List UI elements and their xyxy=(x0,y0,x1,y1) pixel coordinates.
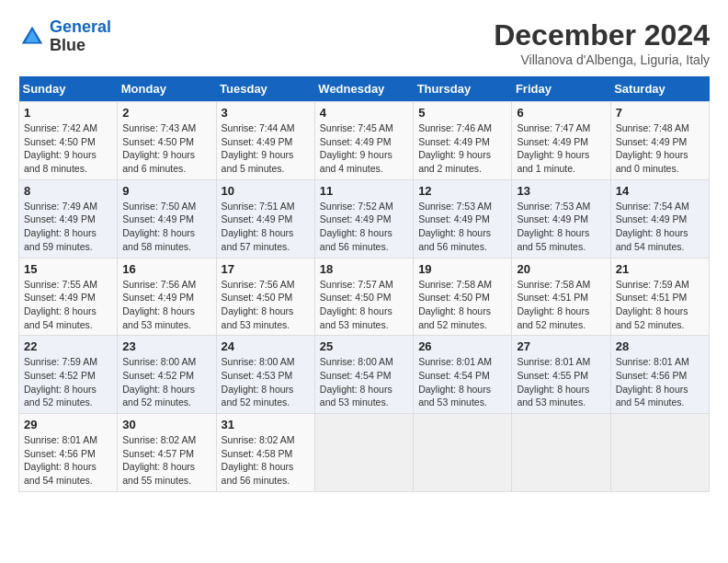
calendar-cell: 14 Sunrise: 7:54 AM Sunset: 4:49 PM Dayl… xyxy=(610,179,709,258)
calendar-cell: 4 Sunrise: 7:45 AM Sunset: 4:49 PM Dayli… xyxy=(314,102,413,180)
day-detail: Sunrise: 8:01 AM Sunset: 4:56 PM Dayligh… xyxy=(24,433,112,488)
day-detail: Sunrise: 7:49 AM Sunset: 4:49 PM Dayligh… xyxy=(24,200,112,254)
calendar-cell: 7 Sunrise: 7:48 AM Sunset: 4:49 PM Dayli… xyxy=(610,102,709,180)
day-detail: Sunrise: 7:42 AM Sunset: 4:50 PM Dayligh… xyxy=(24,121,112,176)
calendar-week-row: 22 Sunrise: 7:59 AM Sunset: 4:52 PM Dayl… xyxy=(19,336,710,414)
day-detail: Sunrise: 7:53 AM Sunset: 4:49 PM Dayligh… xyxy=(517,200,605,254)
day-number: 14 xyxy=(616,184,704,198)
weekday-header-monday: Monday xyxy=(118,76,216,102)
day-number: 28 xyxy=(616,339,704,353)
calendar-week-row: 29 Sunrise: 8:01 AM Sunset: 4:56 PM Dayl… xyxy=(19,414,710,492)
logo-text: General Blue xyxy=(50,18,111,55)
day-number: 30 xyxy=(122,418,210,431)
logo-icon xyxy=(18,23,46,51)
weekday-header-tuesday: Tuesday xyxy=(216,76,314,102)
calendar-cell: 1 Sunrise: 7:42 AM Sunset: 4:50 PM Dayli… xyxy=(19,102,118,180)
calendar-cell: 2 Sunrise: 7:43 AM Sunset: 4:50 PM Dayli… xyxy=(118,102,216,180)
day-number: 3 xyxy=(222,106,310,120)
calendar-cell: 20 Sunrise: 7:58 AM Sunset: 4:51 PM Dayl… xyxy=(512,258,610,336)
day-number: 29 xyxy=(24,418,112,431)
day-number: 6 xyxy=(517,106,605,120)
calendar-cell: 31 Sunrise: 8:02 AM Sunset: 4:58 PM Dayl… xyxy=(216,414,314,492)
calendar-cell: 28 Sunrise: 8:01 AM Sunset: 4:56 PM Dayl… xyxy=(610,336,709,414)
calendar-cell: 30 Sunrise: 8:02 AM Sunset: 4:57 PM Dayl… xyxy=(118,414,216,492)
calendar-cell: 8 Sunrise: 7:49 AM Sunset: 4:49 PM Dayli… xyxy=(19,179,118,258)
calendar-cell: 25 Sunrise: 8:00 AM Sunset: 4:54 PM Dayl… xyxy=(314,336,413,414)
day-detail: Sunrise: 7:58 AM Sunset: 4:51 PM Dayligh… xyxy=(517,278,605,332)
calendar-cell: 10 Sunrise: 7:51 AM Sunset: 4:49 PM Dayl… xyxy=(216,179,314,258)
day-number: 1 xyxy=(24,106,112,120)
day-detail: Sunrise: 7:46 AM Sunset: 4:49 PM Dayligh… xyxy=(418,121,506,176)
day-detail: Sunrise: 7:47 AM Sunset: 4:49 PM Dayligh… xyxy=(517,121,605,176)
calendar-cell: 11 Sunrise: 7:52 AM Sunset: 4:49 PM Dayl… xyxy=(314,179,413,258)
calendar-cell: 26 Sunrise: 8:01 AM Sunset: 4:54 PM Dayl… xyxy=(414,336,512,414)
day-number: 15 xyxy=(24,262,112,276)
calendar-cell: 5 Sunrise: 7:46 AM Sunset: 4:49 PM Dayli… xyxy=(414,102,512,180)
day-number: 17 xyxy=(222,262,310,276)
day-detail: Sunrise: 8:01 AM Sunset: 4:54 PM Dayligh… xyxy=(418,355,506,409)
day-detail: Sunrise: 8:00 AM Sunset: 4:52 PM Dayligh… xyxy=(122,355,210,409)
logo: General Blue xyxy=(18,18,111,55)
day-number: 11 xyxy=(320,184,408,198)
day-detail: Sunrise: 8:01 AM Sunset: 4:56 PM Dayligh… xyxy=(616,355,704,409)
day-number: 19 xyxy=(418,262,506,276)
day-detail: Sunrise: 7:45 AM Sunset: 4:49 PM Dayligh… xyxy=(320,121,408,176)
day-number: 12 xyxy=(418,184,506,198)
calendar-cell: 29 Sunrise: 8:01 AM Sunset: 4:56 PM Dayl… xyxy=(19,414,118,492)
day-number: 27 xyxy=(517,339,605,353)
day-number: 16 xyxy=(122,262,210,276)
day-number: 24 xyxy=(222,339,310,353)
month-title: December 2024 xyxy=(494,18,710,52)
calendar-cell: 15 Sunrise: 7:55 AM Sunset: 4:49 PM Dayl… xyxy=(19,258,118,336)
calendar-table: SundayMondayTuesdayWednesdayThursdayFrid… xyxy=(18,76,710,492)
day-detail: Sunrise: 7:58 AM Sunset: 4:50 PM Dayligh… xyxy=(418,278,506,332)
day-detail: Sunrise: 7:59 AM Sunset: 4:51 PM Dayligh… xyxy=(616,278,704,332)
weekday-header-wednesday: Wednesday xyxy=(314,76,413,102)
calendar-week-row: 8 Sunrise: 7:49 AM Sunset: 4:49 PM Dayli… xyxy=(19,179,710,258)
day-detail: Sunrise: 8:01 AM Sunset: 4:55 PM Dayligh… xyxy=(517,355,605,409)
day-number: 2 xyxy=(122,106,210,120)
day-number: 20 xyxy=(517,262,605,276)
day-number: 8 xyxy=(24,184,112,198)
day-number: 9 xyxy=(122,184,210,198)
day-number: 21 xyxy=(616,262,704,276)
calendar-cell: 23 Sunrise: 8:00 AM Sunset: 4:52 PM Dayl… xyxy=(118,336,216,414)
weekday-header-thursday: Thursday xyxy=(414,76,512,102)
day-number: 18 xyxy=(320,262,408,276)
page-header: General Blue December 2024 Villanova d'A… xyxy=(18,18,710,67)
title-area: December 2024 Villanova d'Albenga, Ligur… xyxy=(494,18,710,67)
calendar-cell: 13 Sunrise: 7:53 AM Sunset: 4:49 PM Dayl… xyxy=(512,179,610,258)
calendar-cell: 27 Sunrise: 8:01 AM Sunset: 4:55 PM Dayl… xyxy=(512,336,610,414)
day-detail: Sunrise: 7:56 AM Sunset: 4:49 PM Dayligh… xyxy=(122,278,210,332)
day-detail: Sunrise: 8:00 AM Sunset: 4:54 PM Dayligh… xyxy=(320,355,408,409)
day-detail: Sunrise: 7:53 AM Sunset: 4:49 PM Dayligh… xyxy=(418,200,506,254)
weekday-header-saturday: Saturday xyxy=(610,76,709,102)
day-number: 7 xyxy=(616,106,704,120)
calendar-cell xyxy=(610,414,709,492)
calendar-cell: 19 Sunrise: 7:58 AM Sunset: 4:50 PM Dayl… xyxy=(414,258,512,336)
calendar-cell xyxy=(512,414,610,492)
day-detail: Sunrise: 7:50 AM Sunset: 4:49 PM Dayligh… xyxy=(122,200,210,254)
day-detail: Sunrise: 7:55 AM Sunset: 4:49 PM Dayligh… xyxy=(24,278,112,332)
day-number: 22 xyxy=(24,339,112,353)
calendar-cell: 18 Sunrise: 7:57 AM Sunset: 4:50 PM Dayl… xyxy=(314,258,413,336)
calendar-cell: 24 Sunrise: 8:00 AM Sunset: 4:53 PM Dayl… xyxy=(216,336,314,414)
day-detail: Sunrise: 7:54 AM Sunset: 4:49 PM Dayligh… xyxy=(616,200,704,254)
day-number: 10 xyxy=(222,184,310,198)
day-detail: Sunrise: 7:52 AM Sunset: 4:49 PM Dayligh… xyxy=(320,200,408,254)
calendar-cell: 17 Sunrise: 7:56 AM Sunset: 4:50 PM Dayl… xyxy=(216,258,314,336)
calendar-cell: 3 Sunrise: 7:44 AM Sunset: 4:49 PM Dayli… xyxy=(216,102,314,180)
calendar-cell xyxy=(414,414,512,492)
calendar-cell: 9 Sunrise: 7:50 AM Sunset: 4:49 PM Dayli… xyxy=(118,179,216,258)
day-detail: Sunrise: 8:02 AM Sunset: 4:57 PM Dayligh… xyxy=(122,433,210,488)
calendar-cell: 16 Sunrise: 7:56 AM Sunset: 4:49 PM Dayl… xyxy=(118,258,216,336)
location-subtitle: Villanova d'Albenga, Liguria, Italy xyxy=(494,52,710,67)
day-number: 31 xyxy=(222,418,310,431)
day-number: 13 xyxy=(517,184,605,198)
day-detail: Sunrise: 7:59 AM Sunset: 4:52 PM Dayligh… xyxy=(24,355,112,409)
day-detail: Sunrise: 7:56 AM Sunset: 4:50 PM Dayligh… xyxy=(222,278,310,332)
calendar-header-row: SundayMondayTuesdayWednesdayThursdayFrid… xyxy=(19,76,710,102)
calendar-cell: 6 Sunrise: 7:47 AM Sunset: 4:49 PM Dayli… xyxy=(512,102,610,180)
day-detail: Sunrise: 8:00 AM Sunset: 4:53 PM Dayligh… xyxy=(222,355,310,409)
calendar-cell xyxy=(314,414,413,492)
